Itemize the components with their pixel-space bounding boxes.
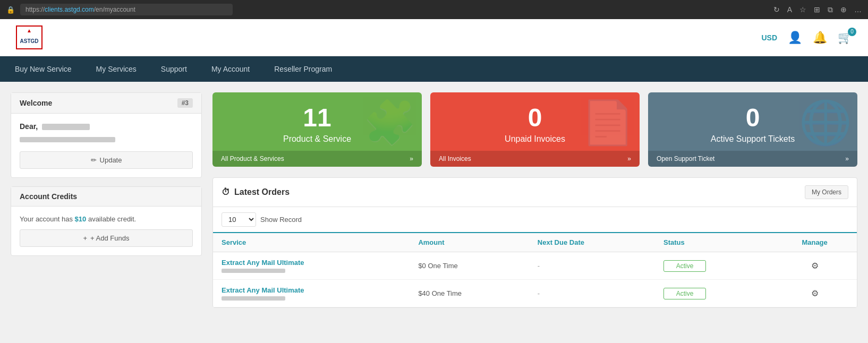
welcome-card-body: Dear, ✏ Update	[11, 114, 201, 177]
tickets-footer[interactable]: Open Support Ticket »	[648, 151, 857, 167]
service-cell-1: Extract Any Mail Ultimate	[213, 252, 410, 280]
table-header-row: Service Amount Next Due Date Status Mana…	[213, 233, 857, 252]
welcome-card-header: Welcome #3	[11, 93, 201, 114]
status-badge-2: Active	[663, 288, 706, 299]
credits-card-body: Your account has $10 available credit. +…	[11, 207, 201, 255]
support-tickets-card: 🌐 0 Active Support Tickets Open Support …	[648, 92, 857, 167]
update-button[interactable]: ✏ Update	[20, 151, 193, 169]
chevron-right-icon: »	[410, 155, 413, 162]
service-name-2[interactable]: Extract Any Mail Ultimate	[222, 286, 401, 294]
manage-cell-2[interactable]: ⚙	[772, 280, 857, 307]
support-bg-icon: 🌐	[799, 98, 852, 148]
nav-support[interactable]: Support	[157, 56, 191, 82]
lock-icon: 🔒	[6, 6, 15, 14]
currency-selector[interactable]: USD	[761, 33, 777, 42]
show-record-label: Show Record	[260, 216, 302, 224]
product-service-card: 🧩 11 Product & Service All Product & Ser…	[212, 92, 422, 167]
browser-toolbar: ↻ A ☆ ⊞ ⧉ ⊕ …	[773, 5, 862, 14]
favorites-icon[interactable]: ⊕	[840, 5, 847, 14]
orders-header: ⏱ Latest Orders My Orders	[213, 178, 857, 207]
amount-2: $40 One Time	[418, 289, 462, 297]
add-funds-button[interactable]: + + Add Funds	[20, 229, 193, 247]
header-right: USD 👤 🔔 🛒 0	[761, 31, 852, 45]
top-header: ASTGD USD 👤 🔔 🛒 0	[0, 19, 868, 56]
service-cell-2: Extract Any Mail Ultimate	[213, 280, 410, 307]
due-date-cell-2: -	[529, 280, 655, 307]
product-bg-icon: 🧩	[363, 98, 416, 148]
bookmark-icon[interactable]: ☆	[799, 5, 806, 14]
amount-cell-1: $0 One Time	[410, 252, 529, 280]
pencil-icon: ✏	[91, 156, 97, 164]
main-content: Welcome #3 Dear, ✏ Update	[0, 82, 868, 343]
url-path: /en/myaccount	[94, 6, 135, 13]
url-bar[interactable]: https://clients.astgd.com/en/myaccount	[20, 4, 233, 15]
dear-label: Dear,	[20, 122, 193, 131]
records-per-page-select[interactable]: 10	[222, 212, 256, 227]
nav-buy-new-service[interactable]: Buy New Service	[11, 56, 76, 82]
account-credits-card: Account Credits Your account has $10 ava…	[11, 186, 202, 256]
manage-cell-1[interactable]: ⚙	[772, 252, 857, 280]
user-details-blurred	[20, 135, 193, 146]
manage-gear-icon-1[interactable]: ⚙	[811, 261, 819, 270]
service-sub-2	[222, 296, 285, 301]
translate-icon[interactable]: A	[787, 5, 792, 14]
status-badge-1: Active	[663, 260, 706, 272]
status-cell-2: Active	[655, 280, 772, 307]
welcome-card: Welcome #3 Dear, ✏ Update	[11, 92, 202, 178]
orders-title-text: Latest Orders	[234, 187, 290, 197]
product-footer[interactable]: All Product & Services »	[212, 151, 422, 167]
url-prefix: https://	[25, 6, 45, 13]
col-amount: Amount	[410, 233, 529, 252]
cart-badge: 0	[848, 28, 856, 36]
invoice-bg-icon: 📄	[581, 98, 634, 148]
service-name-1[interactable]: Extract Any Mail Ultimate	[222, 259, 401, 267]
nav-my-account[interactable]: My Account	[207, 56, 254, 82]
logo: ASTGD	[16, 25, 42, 49]
stats-row: 🧩 11 Product & Service All Product & Ser…	[212, 92, 857, 167]
col-status: Status	[655, 233, 772, 252]
due-date-2: -	[538, 289, 540, 297]
browser-bar: 🔒 https://clients.astgd.com/en/myaccount…	[0, 0, 868, 19]
bell-icon[interactable]: 🔔	[813, 31, 827, 45]
col-manage: Manage	[772, 233, 857, 252]
orders-table: Service Amount Next Due Date Status Mana…	[213, 233, 857, 307]
col-next-due-date: Next Due Date	[529, 233, 655, 252]
clock-icon: ⏱	[222, 187, 230, 197]
split-view-icon[interactable]: ⧉	[828, 5, 833, 14]
welcome-title: Welcome	[20, 99, 52, 107]
user-icon[interactable]: 👤	[788, 31, 802, 45]
chevron-right-icon-2: »	[627, 155, 631, 162]
logo-box: ASTGD	[16, 25, 42, 49]
right-content: 🧩 11 Product & Service All Product & Ser…	[212, 92, 857, 332]
welcome-badge: #3	[177, 98, 193, 108]
cart-button[interactable]: 🛒 0	[838, 31, 852, 45]
nav-bar: Buy New Service My Services Support My A…	[0, 56, 868, 82]
orders-controls: 10 Show Record	[213, 207, 857, 233]
amount-1: $0 One Time	[418, 262, 457, 270]
logo-label: ASTGD	[20, 38, 39, 44]
credit-text: Your account has $10 available credit.	[20, 215, 193, 223]
refresh-icon[interactable]: ↻	[773, 5, 780, 14]
credits-title: Account Credits	[20, 192, 77, 201]
orders-title: ⏱ Latest Orders	[222, 187, 290, 197]
user-name	[42, 122, 90, 131]
chevron-right-icon-3: »	[845, 155, 849, 162]
status-cell-1: Active	[655, 252, 772, 280]
table-row: Extract Any Mail Ultimate $40 One Time -…	[213, 280, 857, 307]
manage-gear-icon-2[interactable]: ⚙	[811, 289, 819, 298]
menu-icon[interactable]: …	[854, 5, 862, 14]
sidebar: Welcome #3 Dear, ✏ Update	[11, 92, 202, 332]
nav-my-services[interactable]: My Services	[92, 56, 141, 82]
my-orders-button[interactable]: My Orders	[805, 185, 848, 199]
table-row: Extract Any Mail Ultimate $0 One Time - …	[213, 252, 857, 280]
credit-amount: $10	[75, 215, 87, 223]
due-date-1: -	[538, 262, 540, 270]
credits-card-header: Account Credits	[11, 187, 201, 207]
due-date-cell-1: -	[529, 252, 655, 280]
orders-section: ⏱ Latest Orders My Orders 10 Show Record…	[212, 177, 857, 308]
invoice-footer[interactable]: All Invoices »	[430, 151, 640, 167]
service-sub-1	[222, 269, 285, 273]
nav-reseller-program[interactable]: Reseller Program	[270, 56, 336, 82]
url-domain: clients.astgd.com	[45, 6, 94, 13]
extensions-icon[interactable]: ⊞	[814, 5, 820, 14]
